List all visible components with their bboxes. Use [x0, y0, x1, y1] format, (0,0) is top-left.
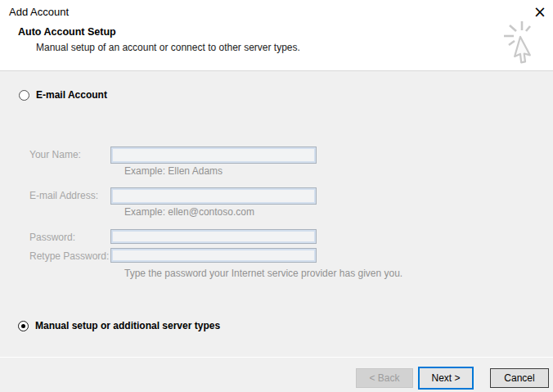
add-account-dialog: Add Account × Auto Account Setup Manual … [0, 0, 553, 392]
email-account-radio[interactable] [19, 90, 29, 101]
footer-divider [0, 357, 553, 358]
password-input [110, 229, 317, 244]
email-address-label: E-mail Address: [29, 190, 98, 201]
retype-password-label: Retype Password: [29, 250, 109, 262]
password-label: Password: [29, 232, 75, 243]
next-button[interactable]: Next > [418, 367, 474, 390]
dialog-body: E-mail Account Your Name: Example: Ellen… [0, 71, 553, 392]
page-title: Auto Account Setup [18, 26, 116, 38]
password-hint: Type the password your Internet service … [124, 268, 402, 279]
email-account-label: E-mail Account [36, 89, 107, 101]
retype-password-input [110, 248, 317, 263]
back-button: < Back [356, 368, 413, 388]
window-title: Add Account [9, 6, 69, 18]
your-name-example: Example: Ellen Adams [124, 165, 223, 177]
email-account-option: E-mail Account [19, 89, 107, 101]
email-address-example: Example: ellen@contoso.com [124, 206, 254, 218]
click-cursor-icon [499, 20, 546, 70]
page-subtitle: Manual setup of an account or connect to… [36, 42, 300, 53]
your-name-label: Your Name: [29, 149, 81, 160]
your-name-input [110, 146, 317, 164]
manual-setup-radio[interactable] [18, 321, 29, 331]
email-address-input [110, 187, 317, 205]
manual-setup-option: Manual setup or additional server types [18, 320, 220, 331]
cancel-button[interactable]: Cancel [490, 368, 549, 388]
manual-setup-label: Manual setup or additional server types [35, 320, 220, 331]
